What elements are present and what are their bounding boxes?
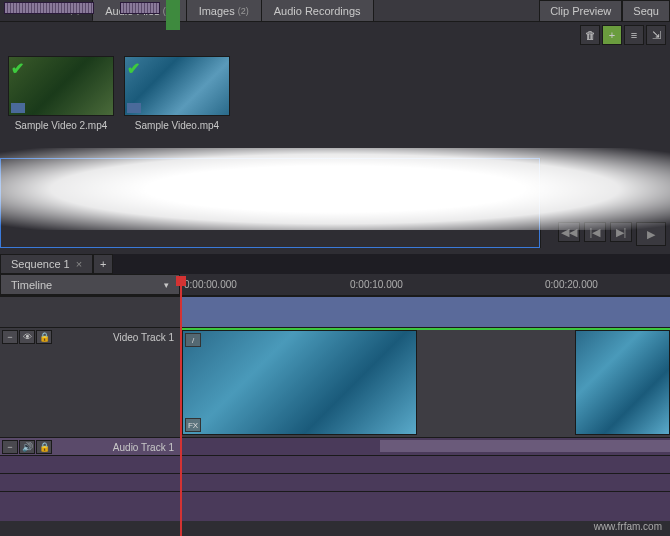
video-track: − 👁 🔒 Video Track 1 / FX	[0, 327, 670, 437]
collapse-track-button[interactable]: −	[2, 330, 18, 344]
track-buttons: − 👁 🔒	[0, 328, 54, 437]
next-icon: ▶|	[616, 226, 627, 239]
media-toolbar: 🗑 + ≡ ⇲	[0, 22, 670, 48]
trash-icon: 🗑	[585, 29, 596, 41]
audio-subtrack	[0, 473, 670, 491]
tab-label: Audio Recordings	[274, 5, 361, 17]
preview-tabs: Clip Preview Sequ	[539, 0, 670, 22]
play-icon: ▶	[647, 228, 655, 241]
video-clip[interactable]	[575, 330, 670, 435]
prev-icon: |◀	[590, 226, 601, 239]
first-icon: ◀◀	[561, 226, 577, 239]
lock-button[interactable]: 🔒	[36, 330, 52, 344]
clip-fx-button[interactable]: FX	[185, 418, 201, 432]
list-view-button[interactable]: ≡	[624, 25, 644, 45]
timeline-header: Timeline ▾ 0:00:00.000 0:00:10.000 0:00:…	[0, 274, 670, 296]
tab-audio-recordings[interactable]: Audio Recordings	[262, 0, 374, 21]
video-clip[interactable]: / FX	[182, 330, 417, 435]
time-marker: 0:00:00.000	[184, 279, 237, 290]
marker-block	[166, 0, 180, 30]
track-header	[0, 474, 180, 491]
time-marker: 0:00:20.000	[545, 279, 598, 290]
track-buttons: − 🔊 🔒	[0, 438, 54, 455]
playhead[interactable]	[180, 280, 182, 536]
track-header	[0, 456, 180, 473]
watermark: www.frfam.com	[594, 521, 662, 532]
next-frame-button[interactable]: ▶|	[610, 222, 632, 242]
timeline-label: Timeline	[11, 279, 52, 291]
track-header	[0, 492, 180, 521]
timeline-ruler[interactable]: 0:00:00.000 0:00:10.000 0:00:20.000	[180, 274, 670, 295]
level-slider[interactable]	[120, 2, 160, 14]
collapse-track-button[interactable]: −	[2, 440, 18, 454]
media-thumbnail: ✔	[124, 56, 230, 116]
film-icon	[11, 103, 25, 113]
media-filename: Sample Video.mp4	[124, 120, 230, 131]
sequence-tab-label: Sequence 1	[11, 258, 70, 270]
lock-button[interactable]: 🔒	[36, 440, 52, 454]
mute-button[interactable]: 🔊	[19, 440, 35, 454]
tab-count: (2)	[238, 6, 249, 16]
track-header	[0, 297, 180, 327]
track-body[interactable]	[180, 438, 670, 455]
tab-images[interactable]: Images (2)	[187, 0, 262, 21]
preview-viewport[interactable]	[0, 158, 540, 248]
playback-controls: ◀◀ |◀ ▶| ▶	[558, 222, 666, 246]
time-marker: 0:00:10.000	[350, 279, 403, 290]
track-body[interactable]	[180, 474, 670, 491]
sequence-tab[interactable]: Sequence 1 ×	[0, 254, 93, 274]
track-body[interactable]	[180, 297, 670, 327]
add-icon: +	[609, 29, 615, 41]
visibility-button[interactable]: 👁	[19, 330, 35, 344]
media-bin-area: 🗑 + ≡ ⇲ ✔ Sample Video 2.mp4 ✔ Sample Vi…	[0, 22, 670, 158]
check-icon: ✔	[11, 59, 24, 78]
track-body[interactable]: / FX	[180, 328, 670, 437]
media-thumbnail: ✔	[8, 56, 114, 116]
list-icon: ≡	[631, 29, 637, 41]
sequence-tabs: Sequence 1 × +	[0, 254, 670, 274]
track-label: Video Track 1	[54, 328, 180, 437]
preview-controls-area: ◀◀ |◀ ▶| ▶	[540, 158, 670, 248]
collapse-icon: ⇲	[652, 29, 661, 42]
audio-clip[interactable]	[380, 440, 670, 452]
close-icon[interactable]: ×	[76, 258, 82, 270]
tab-clip-preview[interactable]: Clip Preview	[539, 0, 622, 22]
prev-frame-button[interactable]: |◀	[584, 222, 606, 242]
media-item[interactable]: ✔ Sample Video 2.mp4	[8, 56, 114, 150]
audio-track: − 🔊 🔒 Audio Track 1	[0, 437, 670, 455]
media-bin: ✔ Sample Video 2.mp4 ✔ Sample Video.mp4	[0, 48, 670, 158]
add-media-button[interactable]: +	[602, 25, 622, 45]
track-body[interactable]	[180, 492, 670, 521]
tab-sequence-preview[interactable]: Sequ	[622, 0, 670, 22]
delete-button[interactable]: 🗑	[580, 25, 600, 45]
clip-tool-button[interactable]: /	[185, 333, 201, 347]
audio-subtrack	[0, 491, 670, 521]
media-item[interactable]: ✔ Sample Video.mp4	[124, 56, 230, 150]
track-body[interactable]	[180, 456, 670, 473]
film-icon	[127, 103, 141, 113]
media-filename: Sample Video 2.mp4	[8, 120, 114, 131]
preview-area: ◀◀ |◀ ▶| ▶	[0, 158, 670, 248]
track-label: Audio Track 1	[54, 438, 180, 455]
spacer-track	[0, 296, 670, 327]
timeline-dropdown[interactable]: Timeline ▾	[0, 274, 180, 295]
level-slider[interactable]	[4, 2, 94, 14]
first-frame-button[interactable]: ◀◀	[558, 222, 580, 242]
play-button[interactable]: ▶	[636, 222, 666, 246]
tab-label: Images	[199, 5, 235, 17]
chevron-down-icon: ▾	[164, 280, 169, 290]
add-sequence-button[interactable]: +	[93, 254, 113, 274]
check-icon: ✔	[127, 59, 140, 78]
collapse-button[interactable]: ⇲	[646, 25, 666, 45]
track-header: − 🔊 🔒 Audio Track 1	[0, 438, 180, 455]
track-header: − 👁 🔒 Video Track 1	[0, 328, 180, 437]
audio-subtrack	[0, 455, 670, 473]
